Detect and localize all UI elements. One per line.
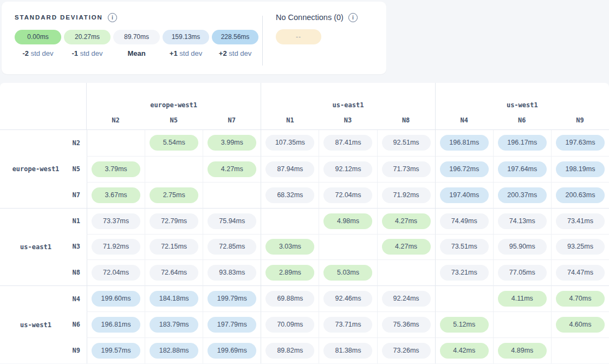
- latency-pill-N7-N3[interactable]: 72.04ms: [323, 187, 372, 203]
- latency-pill-N9-N6[interactable]: 4.89ms: [498, 343, 547, 359]
- std-dev-label-prefix: -2: [22, 49, 29, 57]
- latency-pill-N5-N7[interactable]: 4.27ms: [208, 161, 256, 177]
- latency-pill-N4-N6[interactable]: 4.11ms: [498, 291, 547, 307]
- cell-N8-N4: 73.21ms: [435, 259, 493, 285]
- latency-pill-N4-N8[interactable]: 92.24ms: [382, 291, 431, 307]
- latency-pill-N4-N9[interactable]: 4.70ms: [556, 291, 605, 307]
- latency-pill-N3-N1[interactable]: 3.03ms: [265, 239, 314, 255]
- latency-pill-N7-N5[interactable]: 2.75ms: [150, 187, 198, 203]
- latency-pill-N3-N9[interactable]: 93.25ms: [556, 239, 605, 255]
- row-region-header-us-east1: us-east1: [0, 208, 72, 286]
- latency-pill-N5-N4[interactable]: 196.72ms: [440, 161, 489, 177]
- latency-pill-N8-N2[interactable]: 72.04ms: [92, 265, 140, 281]
- latency-pill-N7-N2[interactable]: 3.67ms: [92, 187, 140, 203]
- latency-pill-N7-N6[interactable]: 200.37ms: [498, 187, 547, 203]
- latency-pill-N2-N4[interactable]: 196.81ms: [440, 135, 489, 151]
- latency-pill-N5-N1[interactable]: 87.94ms: [265, 161, 314, 177]
- latency-pill-N1-N3[interactable]: 4.98ms: [323, 213, 372, 229]
- cell-N9-N8: 73.26ms: [377, 337, 435, 363]
- latency-pill-N6-N2[interactable]: 196.81ms: [92, 317, 140, 333]
- cell-N4-N7: 199.79ms: [203, 285, 261, 311]
- info-icon[interactable]: i: [348, 13, 358, 22]
- latency-pill-N4-N2[interactable]: 199.60ms: [92, 291, 140, 307]
- latency-pill-N3-N6[interactable]: 95.90ms: [498, 239, 547, 255]
- latency-pill-N3-N2[interactable]: 71.92ms: [92, 239, 140, 255]
- row-node-header-N8: N8: [72, 259, 87, 285]
- latency-pill-N3-N5[interactable]: 72.15ms: [150, 239, 198, 255]
- std-dev-title-row: STANDARD DEVIATION i: [15, 12, 262, 22]
- col-region-header-us-east1: us-east1: [261, 83, 435, 111]
- latency-pill-N4-N3[interactable]: 92.46ms: [323, 291, 372, 307]
- latency-pill-N7-N4[interactable]: 197.40ms: [440, 187, 489, 203]
- latency-pill-N6-N9[interactable]: 4.60ms: [556, 317, 605, 333]
- latency-pill-N8-N6[interactable]: 77.05ms: [498, 265, 547, 281]
- latency-pill-N9-N5[interactable]: 182.88ms: [150, 343, 198, 359]
- latency-pill-N6-N8[interactable]: 75.36ms: [382, 317, 431, 333]
- cell-N8-N3: 5.03ms: [319, 259, 377, 285]
- latency-pill-N2-N8[interactable]: 92.51ms: [382, 135, 431, 151]
- no-connections-pill: --: [276, 29, 321, 44]
- latency-pill-N5-N6[interactable]: 197.64ms: [498, 161, 547, 177]
- std-dev-label-text: std dev: [179, 49, 202, 57]
- latency-pill-N2-N9[interactable]: 197.63ms: [556, 135, 605, 151]
- latency-pill-N4-N5[interactable]: 184.18ms: [150, 291, 198, 307]
- latency-pill-N2-N6[interactable]: 196.17ms: [498, 135, 547, 151]
- latency-pill-N1-N2[interactable]: 73.37ms: [92, 213, 140, 229]
- latency-pill-N6-N5[interactable]: 183.79ms: [150, 317, 198, 333]
- latency-pill-N6-N7[interactable]: 197.79ms: [208, 317, 256, 333]
- latency-pill-N2-N3[interactable]: 87.41ms: [323, 135, 372, 151]
- latency-pill-N8-N5[interactable]: 72.64ms: [150, 265, 198, 281]
- latency-pill-N2-N7[interactable]: 3.99ms: [208, 135, 256, 151]
- latency-pill-N5-N2[interactable]: 3.79ms: [92, 161, 140, 177]
- latency-pill-N3-N8[interactable]: 4.27ms: [382, 239, 431, 255]
- std-dev-label-4: +2 std dev: [212, 49, 258, 57]
- latency-pill-N6-N4[interactable]: 5.12ms: [440, 317, 489, 333]
- latency-pill-N3-N4[interactable]: 73.51ms: [440, 239, 489, 255]
- cell-N1-N9: 73.41ms: [551, 208, 609, 234]
- latency-pill-N9-N4[interactable]: 4.42ms: [440, 343, 489, 359]
- cell-N1-N7: 75.94ms: [203, 208, 261, 234]
- cell-N2-N6: 196.17ms: [493, 130, 551, 156]
- cell-N2-N5: 5.54ms: [145, 130, 203, 156]
- std-dev-pill-row: 0.00ms20.27ms89.70ms159.13ms228.56ms: [15, 30, 262, 44]
- latency-pill-N8-N7[interactable]: 93.83ms: [208, 265, 256, 281]
- latency-pill-N4-N1[interactable]: 69.88ms: [265, 291, 314, 307]
- latency-pill-N3-N7[interactable]: 72.85ms: [208, 239, 256, 255]
- latency-pill-N8-N3[interactable]: 5.03ms: [323, 265, 372, 281]
- std-dev-title: STANDARD DEVIATION: [15, 14, 103, 21]
- col-node-header-N6: N6: [493, 111, 551, 130]
- latency-pill-N9-N3[interactable]: 81.38ms: [323, 343, 372, 359]
- latency-pill-N8-N9[interactable]: 74.47ms: [556, 265, 605, 281]
- cell-N2-N2: [87, 130, 145, 156]
- latency-pill-N7-N9[interactable]: 200.63ms: [556, 187, 605, 203]
- latency-pill-N7-N8[interactable]: 71.92ms: [382, 187, 431, 203]
- cell-N6-N9: 4.60ms: [551, 311, 609, 337]
- latency-pill-N5-N8[interactable]: 71.73ms: [382, 161, 431, 177]
- latency-pill-N4-N7[interactable]: 199.79ms: [208, 291, 256, 307]
- std-dev-label-text: std dev: [80, 49, 103, 57]
- latency-pill-N5-N3[interactable]: 92.12ms: [323, 161, 372, 177]
- latency-pill-N9-N8[interactable]: 73.26ms: [382, 343, 431, 359]
- latency-pill-N9-N2[interactable]: 199.57ms: [92, 343, 140, 359]
- latency-pill-N9-N7[interactable]: 199.69ms: [208, 343, 256, 359]
- latency-pill-N6-N3[interactable]: 73.71ms: [323, 317, 372, 333]
- latency-pill-N7-N1[interactable]: 68.32ms: [265, 187, 314, 203]
- cell-N5-N6: 197.64ms: [493, 156, 551, 182]
- latency-pill-N8-N4[interactable]: 73.21ms: [440, 265, 489, 281]
- info-icon[interactable]: i: [108, 13, 117, 22]
- latency-pill-N1-N6[interactable]: 74.13ms: [498, 213, 547, 229]
- cell-N1-N8: 4.27ms: [377, 208, 435, 234]
- latency-pill-N6-N1[interactable]: 70.09ms: [265, 317, 314, 333]
- latency-pill-N2-N5[interactable]: 5.54ms: [150, 135, 198, 151]
- latency-pill-N1-N4[interactable]: 74.49ms: [440, 213, 489, 229]
- cell-N1-N6: 74.13ms: [493, 208, 551, 234]
- latency-pill-N1-N9[interactable]: 73.41ms: [556, 213, 605, 229]
- latency-pill-N1-N7[interactable]: 75.94ms: [208, 213, 256, 229]
- col-node-header-N9: N9: [551, 111, 609, 130]
- latency-pill-N2-N1[interactable]: 107.35ms: [265, 135, 314, 151]
- latency-pill-N5-N9[interactable]: 198.19ms: [556, 161, 605, 177]
- latency-pill-N1-N8[interactable]: 4.27ms: [382, 213, 431, 229]
- latency-pill-N1-N5[interactable]: 72.79ms: [150, 213, 198, 229]
- latency-pill-N8-N1[interactable]: 2.89ms: [265, 265, 314, 281]
- latency-pill-N9-N1[interactable]: 89.82ms: [265, 343, 314, 359]
